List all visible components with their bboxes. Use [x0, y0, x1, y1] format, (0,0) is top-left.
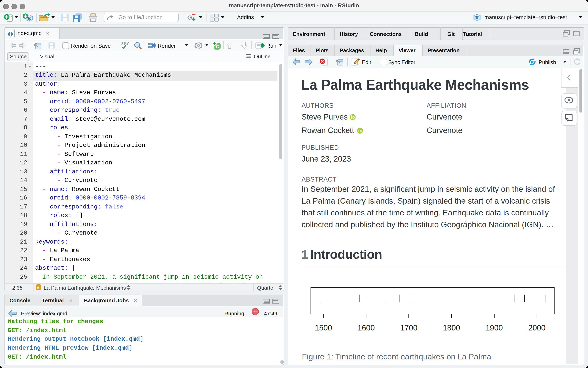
svg-text:G: G: [187, 14, 192, 21]
svg-text:R: R: [476, 16, 479, 20]
svg-text:C: C: [216, 44, 219, 49]
svg-text:R: R: [28, 16, 31, 21]
svg-text:STOP: STOP: [252, 311, 258, 313]
